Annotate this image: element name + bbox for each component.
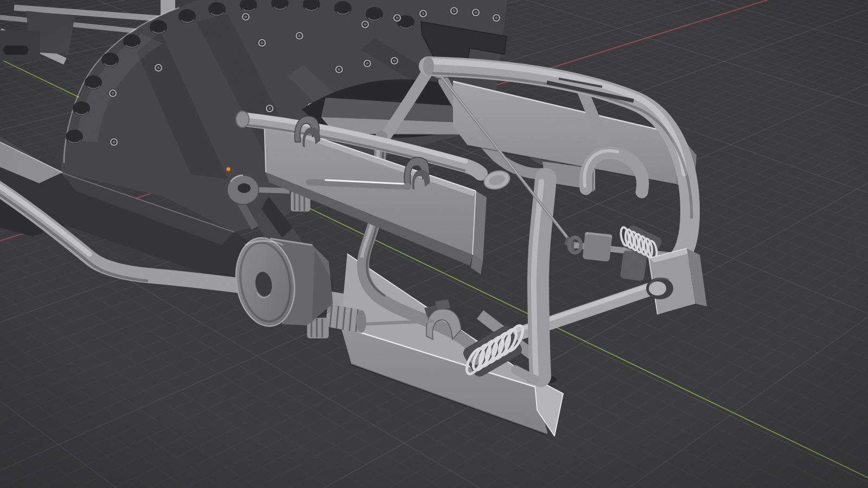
film-grain-overlay xyxy=(0,0,868,488)
3d-viewport-canvas[interactable] xyxy=(0,0,868,488)
viewport-window xyxy=(0,0,868,488)
